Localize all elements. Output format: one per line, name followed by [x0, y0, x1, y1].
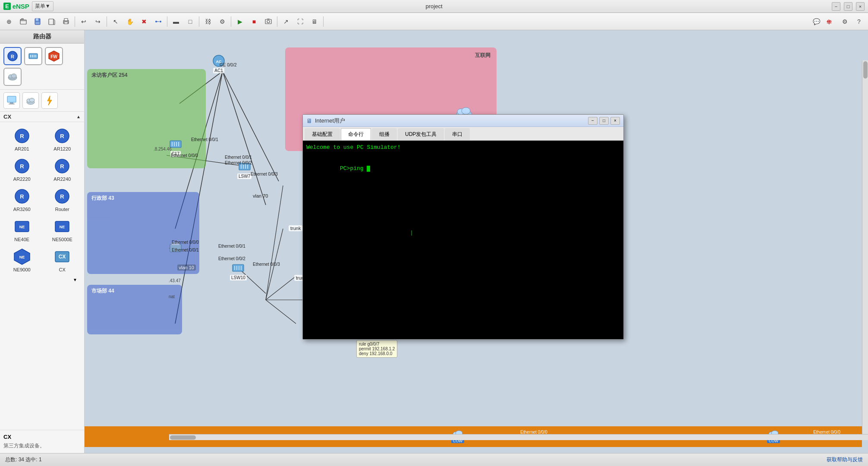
tab-serial[interactable]: 串口 — [445, 128, 470, 140]
tool-remote[interactable]: 🖥 — [308, 15, 321, 28]
zone-admin-label: 行政部 43 — [91, 195, 114, 202]
device-AR1220[interactable]: R AR1220 — [43, 125, 82, 153]
status-total: 总数: 34 选中: 1 — [5, 456, 42, 463]
tab-cmd[interactable]: 命令行 — [341, 128, 371, 140]
tool-settings[interactable]: ⚙ — [838, 15, 851, 28]
sep1 — [75, 16, 75, 27]
title-bar: E eNSP 菜单▼ project − □ × — [0, 0, 868, 13]
scroll-down[interactable]: ▼ — [69, 277, 81, 283]
NE5000E-label: NE5000E — [52, 237, 72, 242]
zone-market: 市场部 44 — [87, 285, 182, 334]
tool-config[interactable]: ⚙ — [216, 15, 229, 28]
terminal-welcome: Welcome to use PC Simulator! — [306, 144, 620, 151]
tool-chat[interactable]: 💬 — [810, 15, 823, 28]
CX-label: CX — [59, 267, 66, 272]
node-LSW10-label: LSW10 — [230, 275, 247, 280]
device-NE9000[interactable]: NE NE9000 — [3, 246, 41, 274]
terminal-maximize[interactable]: □ — [599, 117, 609, 125]
tool-rect[interactable]: □ — [184, 15, 197, 28]
device-AR2240[interactable]: R AR2240 — [43, 155, 82, 183]
device-AR2220[interactable]: R AR2220 — [3, 155, 41, 183]
tool-delete[interactable]: ✖ — [138, 15, 151, 28]
svg-rect-7 — [64, 22, 68, 24]
zone-admin: 行政部 43 vlan 10 — [87, 192, 199, 274]
tab-group[interactable]: 组播 — [372, 128, 397, 140]
svg-point-91 — [462, 107, 470, 114]
svg-line-61 — [266, 186, 283, 300]
svg-line-63 — [266, 276, 296, 300]
terminal-content[interactable]: Welcome to use PC Simulator! PC>ping | — [303, 141, 623, 339]
rule-line3: deny 192.168.0.0 — [359, 351, 395, 356]
sidebar-icon-row2 — [0, 90, 84, 112]
Router-label: Router — [55, 207, 69, 212]
sidebar-icon-cloud[interactable] — [3, 68, 22, 86]
terminal-close[interactable]: × — [610, 117, 620, 125]
ge002-label: GE 0/0/2 — [220, 63, 236, 67]
tool-run-all[interactable]: ▶ — [233, 15, 246, 28]
tool-help[interactable]: ? — [852, 15, 865, 28]
title-bar-left: E eNSP 菜单▼ — [3, 1, 53, 11]
svg-text:R: R — [20, 163, 24, 170]
sidebar-icon-switch[interactable] — [24, 47, 42, 65]
v-scrollbar[interactable] — [862, 60, 868, 434]
svg-rect-2 — [36, 19, 38, 21]
sidebar-icon-pc[interactable] — [3, 92, 20, 109]
sidebar-device-list: R AR201 R AR1220 — [0, 122, 84, 430]
tool-capture[interactable] — [262, 15, 275, 28]
tool-stop-all[interactable]: ■ — [248, 15, 261, 28]
sidebar-icon-cloud2[interactable] — [22, 92, 39, 109]
tool-new[interactable]: ⊕ — [3, 15, 16, 28]
tool-fullscreen[interactable]: ⛶ — [294, 15, 307, 28]
sidebar: 路由器 R FW — [0, 30, 85, 453]
svg-text:FW: FW — [50, 54, 57, 59]
tool-save[interactable] — [31, 15, 44, 28]
terminal-prompt-line: PC>ping — [306, 159, 620, 178]
zone-internet-label: 互联网 — [475, 52, 491, 59]
minimize-btn[interactable]: − — [832, 2, 840, 11]
device-NE40E[interactable]: NE NE40E — [3, 215, 41, 244]
tool-select[interactable]: ↖ — [109, 15, 122, 28]
AR2240-label: AR2240 — [53, 176, 71, 182]
terminal-window: 🖥 Internet用户 − □ × 基础配置 命令行 组播 UDP发包工具 串… — [302, 114, 624, 340]
device-Router[interactable]: R Router — [43, 185, 82, 214]
terminal-cursor-pos: | — [306, 186, 620, 206]
tool-undo[interactable]: ↩ — [77, 15, 90, 28]
tool-connect[interactable] — [152, 15, 165, 28]
node-LSW10[interactable]: LSW10 — [230, 261, 247, 280]
sidebar-icon-router[interactable]: R — [3, 47, 22, 65]
tab-udp[interactable]: UDP发包工具 — [398, 128, 444, 140]
svg-point-26 — [11, 74, 16, 78]
device-NE5000E[interactable]: NE NE5000E — [43, 215, 82, 244]
tab-basic[interactable]: 基础配置 — [305, 128, 340, 140]
tool-open[interactable] — [17, 15, 30, 28]
h-scrollbar[interactable] — [169, 434, 868, 440]
canvas-area[interactable]: 未访客户区 254 行政部 43 vlan 10 市场部 44 互联网 AC A… — [85, 30, 868, 453]
menu-label[interactable]: 菜单▼ — [32, 1, 53, 11]
tool-pan[interactable]: ✋ — [123, 15, 136, 28]
sidebar-icon-bolt[interactable] — [41, 92, 58, 109]
sidebar-icon-firewall[interactable]: FW — [45, 47, 63, 65]
tool-text[interactable]: ▬ — [170, 15, 182, 28]
tool-print[interactable] — [60, 15, 72, 28]
AR1220-label: AR1220 — [53, 146, 71, 151]
tool-redo[interactable]: ↪ — [91, 15, 104, 28]
close-btn[interactable]: × — [856, 2, 865, 11]
status-bar: 总数: 34 选中: 1 获取帮助与反馈 — [0, 453, 868, 466]
AR2220-icon: R — [13, 157, 31, 176]
svg-text:NE: NE — [19, 225, 25, 229]
scroll-up[interactable]: ▲ — [76, 114, 81, 119]
tool-huawei[interactable]: 华 — [824, 15, 837, 28]
sep3 — [167, 16, 167, 27]
v-scroll-thumb[interactable] — [863, 61, 868, 79]
status-help[interactable]: 获取帮助与反馈 — [827, 456, 863, 463]
tool-link[interactable]: ⛓ — [201, 15, 214, 28]
device-CX[interactable]: CX CX — [43, 246, 82, 274]
tool-export[interactable]: ↗ — [280, 15, 292, 28]
maximize-btn[interactable]: □ — [844, 2, 852, 11]
h-scroll-thumb[interactable] — [170, 435, 196, 440]
device-AR3260[interactable]: R AR3260 — [3, 185, 41, 214]
device-AR201[interactable]: R AR201 — [3, 125, 41, 153]
tool-save-as[interactable] — [45, 15, 58, 28]
terminal-minimize[interactable]: − — [588, 117, 598, 125]
AR201-label: AR201 — [15, 146, 29, 151]
